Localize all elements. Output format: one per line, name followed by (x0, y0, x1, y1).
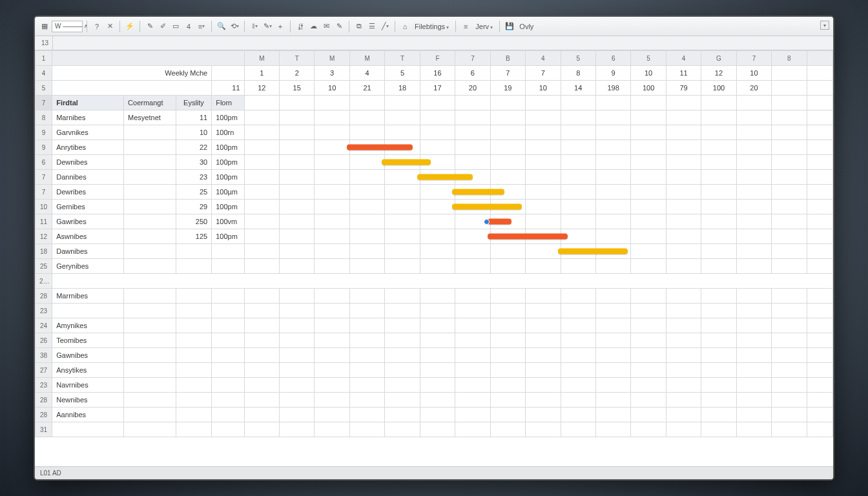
brush-icon[interactable]: ✐ (157, 20, 169, 33)
cell-name[interactable]: Navrnibes (52, 378, 124, 393)
row-number[interactable]: 12 (36, 229, 52, 244)
cell-comment[interactable] (124, 214, 176, 229)
cell-florn[interactable] (212, 244, 244, 259)
formula-bar[interactable]: 13 (35, 36, 833, 50)
expand-icon[interactable]: ▾ (820, 21, 829, 30)
cell-name[interactable]: Dewribes (52, 185, 124, 200)
close-icon[interactable]: ✕ (104, 20, 116, 33)
cell-florn[interactable]: 100pm (212, 170, 244, 185)
paste-icon[interactable]: ☰ (366, 20, 378, 33)
cell-florn[interactable] (212, 259, 244, 274)
cell-florn[interactable]: 100pm (212, 155, 244, 170)
row-number[interactable]: 10 (36, 200, 52, 214)
row-number[interactable]: 9 (36, 140, 52, 155)
cell-florn[interactable]: 100µm (212, 185, 244, 200)
cell-name[interactable]: Gawnibes (52, 348, 124, 363)
gantt-bar[interactable] (488, 219, 512, 225)
gantt-bar[interactable] (382, 160, 431, 165)
row-number[interactable]: 28 (36, 393, 52, 408)
list-icon[interactable]: ≡ (460, 20, 471, 33)
row-number[interactable]: 26 (36, 333, 52, 348)
cell-florn[interactable]: 100rn (212, 125, 244, 140)
flash-icon[interactable]: ⚡ (124, 20, 136, 33)
cell-comment[interactable]: Mesyetnet (124, 110, 176, 125)
cell-name[interactable]: Gawribes (52, 214, 124, 229)
cell-eyslity[interactable]: 30 (176, 155, 211, 170)
rect-icon[interactable]: ▭ (170, 20, 181, 33)
cell-comment[interactable] (124, 200, 176, 214)
row-number[interactable]: 8 (36, 110, 52, 125)
cell-florn[interactable]: 100pm (212, 200, 244, 214)
cell-eyslity[interactable]: 125 (176, 229, 211, 244)
cell-florn[interactable]: 100vm (212, 214, 244, 229)
cell-name[interactable] (52, 304, 124, 318)
plus-icon[interactable]: + (274, 20, 286, 33)
cell-eyslity[interactable]: 11 (176, 110, 211, 125)
cell-comment[interactable] (124, 125, 176, 140)
app-icon[interactable]: ▦ (39, 20, 50, 33)
align-menu[interactable]: ≡ (196, 20, 207, 33)
gantt-bar[interactable] (347, 145, 413, 150)
cell-eyslity[interactable] (176, 244, 211, 259)
gantt-bar[interactable] (452, 189, 504, 195)
row-number[interactable]: 6 (36, 155, 52, 170)
row-number[interactable]: 23 (36, 304, 52, 318)
row-number[interactable]: 38 (36, 348, 52, 363)
zoom-icon[interactable]: 🔍 (216, 20, 227, 33)
cell-name[interactable]: Marnibes (52, 110, 124, 125)
row-number[interactable]: 31 (36, 422, 52, 437)
cell-eyslity[interactable]: 25 (176, 185, 211, 200)
row-number[interactable]: 27 (36, 363, 52, 378)
row-number[interactable]: 25 (36, 259, 52, 274)
home-icon[interactable]: ⌂ (399, 20, 411, 33)
cell-name[interactable]: Anrytibes (52, 140, 124, 155)
cell-comment[interactable] (124, 140, 176, 155)
line-menu[interactable]: ╱ (379, 20, 391, 33)
copy-icon[interactable]: ⧉ (353, 20, 365, 33)
only-label[interactable]: Ovly (517, 23, 536, 30)
row-number[interactable]: 4 (36, 66, 52, 81)
spreadsheet-grid[interactable]: 1 MT MM TF 7B 45 65 4G 78 4 Weekly Mche … (35, 50, 833, 466)
row-number[interactable]: 1 (36, 51, 52, 66)
cell-comment[interactable] (124, 229, 176, 244)
cell-name[interactable]: Marrnibes (52, 289, 124, 304)
row-number[interactable]: 7 (36, 185, 52, 200)
cell-name[interactable]: Ansytikes (52, 363, 124, 378)
filebtings-menu[interactable]: Filebtings (412, 23, 451, 30)
cell-name[interactable]: Amynikes (52, 318, 124, 333)
cell-name[interactable]: Garvnikes (52, 125, 124, 140)
cell-name[interactable] (52, 422, 124, 437)
pin-icon[interactable]: ⭿ (294, 20, 306, 33)
cell-comment[interactable] (124, 170, 176, 185)
row-number[interactable]: 18 (36, 244, 52, 259)
row-number[interactable]: 7 (36, 96, 52, 110)
gantt-bar[interactable] (417, 174, 473, 180)
cell-eyslity[interactable]: 29 (176, 200, 211, 214)
pencil-icon[interactable]: ✎ (144, 20, 156, 33)
row-number[interactable]: 23 (36, 378, 52, 393)
save-icon[interactable]: 💾 (504, 20, 515, 33)
cell-comment[interactable] (124, 244, 176, 259)
cell-eyslity[interactable]: 22 (176, 140, 211, 155)
row-number[interactable]: 24 (36, 318, 52, 333)
row-number[interactable]: 28 (36, 408, 52, 422)
mail-icon[interactable]: ✉ (320, 20, 332, 33)
number-icon[interactable]: 4 (183, 20, 194, 33)
collapsed-group[interactable]: 25 28 (36, 274, 833, 289)
cell-florn[interactable]: 100pm (212, 110, 244, 125)
edit-icon[interactable]: ✎ (333, 20, 345, 33)
cell-florn[interactable]: 100pm (212, 229, 244, 244)
cell-name[interactable]: Gernibes (52, 200, 124, 214)
cell-name[interactable]: Dawnibes (52, 244, 124, 259)
cell-eyslity[interactable]: 10 (176, 125, 211, 140)
name-box[interactable]: W ——— ∧ (52, 21, 83, 32)
draw-menu[interactable]: ✎ (262, 20, 273, 33)
cell-eyslity[interactable]: 23 (176, 170, 211, 185)
cell-name[interactable]: Aannibes (52, 408, 124, 422)
gantt-bar[interactable] (488, 234, 568, 240)
recalc-menu[interactable]: ⟲ (229, 20, 240, 33)
cloud-icon[interactable]: ☁ (307, 20, 319, 33)
cell-comment[interactable] (124, 155, 176, 170)
row-number[interactable]: 7 (36, 170, 52, 185)
row-number[interactable]: 9 (36, 125, 52, 140)
